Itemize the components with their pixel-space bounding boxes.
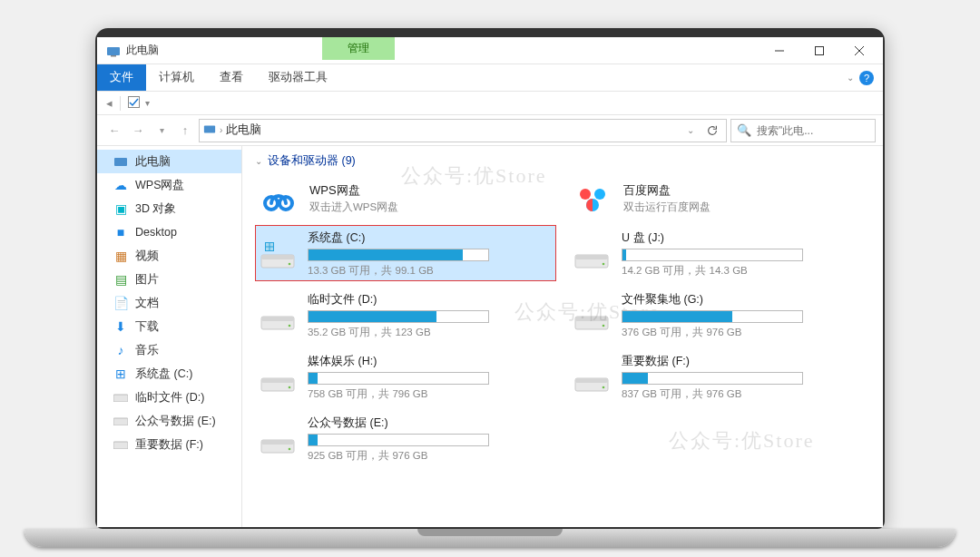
svg-point-15	[594, 189, 605, 200]
nav-item[interactable]: ♪音乐	[97, 338, 241, 362]
nav-recent-button[interactable]: ▾	[152, 121, 172, 141]
checkbox-icon[interactable]	[128, 96, 140, 111]
search-input[interactable]	[757, 124, 869, 137]
drive-win-icon: ⊞	[113, 366, 128, 381]
close-button[interactable]	[839, 37, 879, 64]
address-dropdown-icon[interactable]: ⌄	[681, 121, 701, 141]
svg-rect-8	[114, 158, 127, 166]
drive-icon	[259, 237, 297, 269]
breadcrumb[interactable]: 此电脑	[226, 122, 261, 138]
svg-rect-0	[107, 47, 120, 55]
drive-icon	[113, 437, 128, 452]
drive-item[interactable]: 系统盘 (C:)13.3 GB 可用，共 99.1 GB	[255, 225, 556, 281]
drive-item[interactable]: 重要数据 (F:)837 GB 可用，共 976 GB	[569, 348, 870, 405]
nav-item[interactable]: ☁WPS网盘	[97, 173, 241, 197]
search-icon: 🔍	[737, 123, 751, 137]
pc-icon	[113, 154, 128, 169]
cloud-icon: ☁	[113, 178, 128, 192]
svg-rect-7	[204, 126, 215, 133]
svg-point-42	[289, 448, 291, 451]
chevron-down-icon[interactable]: ▾	[145, 98, 150, 108]
drive-free-text: 925 GB 可用，共 976 GB	[308, 449, 553, 463]
item-subtitle: 双击运行百度网盘	[623, 200, 710, 214]
nav-item[interactable]: ■Desktop	[97, 220, 241, 244]
app-icon	[106, 44, 121, 58]
ribbon-tab[interactable]: 计算机	[146, 64, 207, 91]
nav-back-button[interactable]: ←	[104, 121, 124, 141]
svg-rect-18	[266, 243, 270, 247]
svg-point-24	[289, 263, 291, 266]
drive-item[interactable]: 公众号数据 (E:)925 GB 可用，共 976 GB	[255, 410, 556, 466]
drive-free-text: 376 GB 可用，共 976 GB	[622, 326, 867, 339]
nav-item[interactable]: ▦视频	[97, 244, 241, 268]
chevron-left-icon[interactable]: ◂	[106, 96, 113, 110]
nav-item-label: 视频	[135, 249, 159, 264]
maximize-button[interactable]	[799, 37, 839, 64]
drive-free-text: 837 GB 可用，共 976 GB	[622, 387, 867, 401]
download-icon: ⬇	[113, 319, 128, 334]
drive-item[interactable]: 文件聚集地 (G:)376 GB 可用，共 976 GB	[569, 287, 870, 343]
drive-name: 文件聚集地 (G:)	[622, 292, 867, 308]
svg-rect-6	[129, 96, 140, 107]
nav-item[interactable]: 重要数据 (F:)	[97, 433, 241, 456]
cloud-item[interactable]: WPS网盘双击进入WPS网盘	[255, 172, 556, 223]
refresh-button[interactable]	[702, 121, 722, 141]
nav-up-button[interactable]: ↑	[175, 121, 195, 141]
help-icon[interactable]: ?	[859, 71, 874, 85]
cube-icon: ▣	[113, 201, 128, 216]
svg-rect-38	[575, 378, 608, 383]
nav-item-label: 公众号数据 (E:)	[135, 414, 216, 429]
doc-icon: 📄	[113, 296, 128, 310]
nav-item[interactable]: 📄文档	[97, 291, 241, 315]
titlebar: 此电脑 管理	[97, 37, 883, 64]
ribbon-tab[interactable]: 驱动器工具	[256, 64, 340, 91]
nav-item[interactable]: ▤图片	[97, 268, 241, 291]
drive-item[interactable]: 临时文件 (D:)35.2 GB 可用，共 123 GB	[255, 287, 556, 343]
drive-free-text: 758 GB 可用，共 796 GB	[308, 387, 553, 401]
nav-item[interactable]: ⬇下载	[97, 315, 241, 338]
ribbon-collapse-icon[interactable]: ⌄	[847, 73, 854, 83]
svg-rect-19	[270, 243, 274, 247]
ribbon-tab[interactable]: 查看	[207, 64, 256, 91]
video-icon: ▦	[113, 249, 128, 263]
drive-icon	[573, 360, 611, 393]
quick-access-toolbar: ◂ ▾	[97, 92, 883, 115]
svg-rect-11	[113, 442, 128, 449]
drive-name: 媒体娱乐 (H:)	[308, 354, 553, 369]
nav-item[interactable]: ⊞系统盘 (C:)	[97, 362, 241, 386]
nav-forward-button[interactable]: →	[128, 121, 148, 141]
svg-point-36	[289, 386, 291, 389]
svg-rect-1	[111, 55, 116, 57]
nav-item-label: WPS网盘	[135, 178, 184, 193]
nav-item[interactable]: 此电脑	[97, 150, 241, 173]
drive-item[interactable]: 媒体娱乐 (H:)758 GB 可用，共 796 GB	[255, 348, 556, 405]
svg-rect-29	[261, 317, 294, 321]
nav-item[interactable]: 公众号数据 (E:)	[97, 409, 241, 433]
nav-item[interactable]: 临时文件 (D:)	[97, 386, 241, 409]
nav-item-label: 图片	[135, 272, 159, 288]
search-box[interactable]: 🔍	[730, 119, 876, 142]
drive-usage-bar	[308, 372, 489, 385]
minimize-button[interactable]	[760, 37, 799, 64]
item-subtitle: 双击进入WPS网盘	[309, 200, 398, 214]
nav-item[interactable]: ▣3D 对象	[97, 197, 241, 220]
drive-icon	[259, 422, 297, 454]
explorer-window: 此电脑 管理 文件计算机查看驱动器工具 ⌄ ? ◂ ▾ ←	[97, 37, 883, 527]
music-icon: ♪	[113, 343, 128, 357]
cloud-item[interactable]: 百度网盘双击运行百度网盘	[569, 172, 870, 223]
drive-usage-bar	[308, 434, 489, 446]
drive-item[interactable]: U 盘 (J:)14.2 GB 可用，共 14.3 GB	[569, 225, 870, 281]
ribbon-tab[interactable]: 文件	[97, 64, 146, 91]
svg-rect-32	[575, 317, 608, 321]
context-tab[interactable]: 管理	[322, 37, 395, 60]
drive-usage-bar	[308, 249, 489, 261]
group-header[interactable]: ⌄ 设备和驱动器 (9)	[255, 151, 883, 172]
drive-usage-bar	[308, 310, 489, 323]
drive-free-text: 35.2 GB 可用，共 123 GB	[308, 326, 553, 339]
drive-icon	[259, 298, 297, 331]
svg-rect-23	[261, 255, 294, 259]
drive-name: 临时文件 (D:)	[308, 292, 553, 308]
breadcrumb-bar[interactable]: › 此电脑 ⌄	[199, 119, 727, 142]
drive-usage-bar	[622, 249, 803, 261]
nav-item-label: 此电脑	[135, 154, 171, 170]
